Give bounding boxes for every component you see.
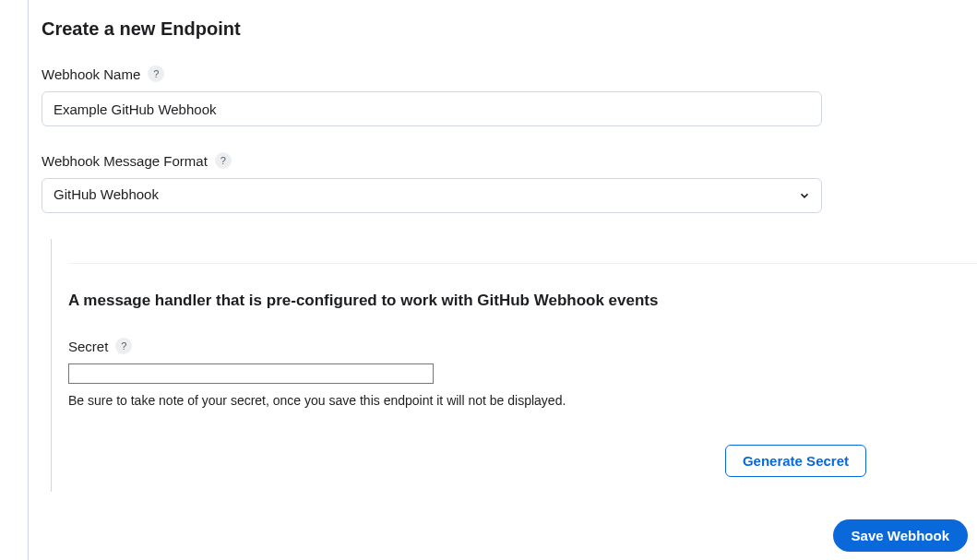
secret-label: Secret bbox=[68, 339, 108, 354]
message-format-select-wrapper: GitHub Webhook bbox=[42, 178, 822, 213]
generate-secret-button[interactable]: Generate Secret bbox=[725, 445, 866, 477]
handler-actions: Generate Secret bbox=[68, 445, 977, 477]
webhook-name-label-row: Webhook Name ? bbox=[42, 66, 977, 82]
footer-actions: Save Webhook bbox=[42, 519, 977, 552]
webhook-name-input[interactable] bbox=[42, 91, 822, 126]
webhook-name-label: Webhook Name bbox=[42, 66, 140, 82]
message-format-group: Webhook Message Format ? GitHub Webhook bbox=[42, 152, 977, 213]
message-format-select[interactable]: GitHub Webhook bbox=[42, 178, 822, 213]
secret-label-row: Secret ? bbox=[68, 338, 977, 354]
endpoint-form-container: Create a new Endpoint Webhook Name ? Web… bbox=[28, 0, 977, 560]
page-title: Create a new Endpoint bbox=[42, 18, 977, 40]
help-icon[interactable]: ? bbox=[215, 152, 232, 169]
handler-title: A message handler that is pre-configured… bbox=[68, 292, 977, 310]
secret-note: Be sure to take note of your secret, onc… bbox=[68, 393, 977, 408]
handler-section: A message handler that is pre-configured… bbox=[51, 239, 977, 492]
message-format-label: Webhook Message Format bbox=[42, 153, 208, 169]
handler-inner: A message handler that is pre-configured… bbox=[68, 263, 977, 477]
save-webhook-button[interactable]: Save Webhook bbox=[833, 519, 968, 552]
help-icon[interactable]: ? bbox=[115, 338, 132, 354]
help-icon[interactable]: ? bbox=[148, 66, 164, 82]
secret-group: Secret ? Be sure to take note of your se… bbox=[68, 338, 977, 408]
webhook-name-group: Webhook Name ? bbox=[42, 66, 977, 126]
secret-input[interactable] bbox=[68, 363, 434, 384]
message-format-label-row: Webhook Message Format ? bbox=[42, 152, 977, 169]
